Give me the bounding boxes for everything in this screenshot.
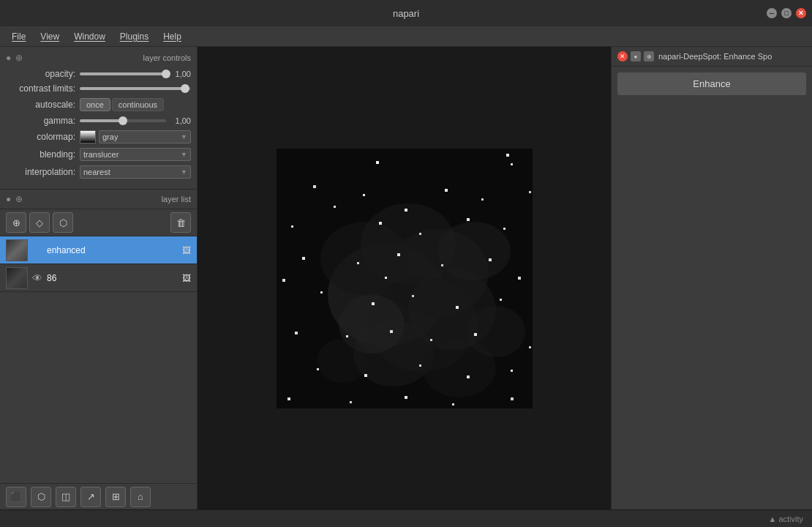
status-bar: ▲ activity [0,509,812,527]
svg-rect-45 [364,374,367,377]
autoscale-continuous-button[interactable]: continuous [112,98,164,111]
menu-window[interactable]: Window [68,30,111,43]
svg-rect-40 [346,335,348,337]
svg-rect-42 [430,339,432,341]
add-shapes-button[interactable]: ◇ [29,212,50,233]
colormap-dropdown[interactable]: gray ▼ [99,130,191,143]
right-panel-title: napari-DeepSpot: Enhance Spo [658,52,772,61]
layer-name-enhanced: enhanced [47,245,178,255]
enhance-button[interactable]: Enhance [617,72,806,95]
interpolation-arrow: ▼ [181,168,187,176]
layer-list-icon2[interactable]: ⊕ [15,194,23,204]
svg-rect-46 [419,365,421,367]
interpolation-label: interpolation: [6,167,75,177]
svg-point-13 [437,222,511,280]
svg-rect-32 [441,264,443,266]
svg-rect-24 [291,225,293,228]
terminal-button[interactable]: ⬛ [6,487,26,507]
window-controls: ─ □ ✕ [767,8,806,18]
arrow-button[interactable]: ↗ [80,487,101,507]
cube-button[interactable]: ◫ [56,487,76,507]
layer-item-86[interactable]: 👁 86 🖼 [0,264,197,292]
colormap-arrow: ▼ [181,133,187,141]
svg-rect-54 [405,209,407,212]
svg-rect-21 [363,194,365,196]
delete-layer-button[interactable]: 🗑 [170,212,191,233]
opacity-value: 1,00 [169,70,191,78]
svg-rect-48 [511,370,513,372]
layer-controls: ● ⊕ layer controls opacity: 1,00 cont [0,47,197,190]
right-panel: ✕ ● ⊕ napari-DeepSpot: Enhance Spo Enhan… [611,47,812,509]
right-panel-icon1[interactable]: ● [631,51,641,61]
layer-items: 👁 enhanced 🖼 👁 86 🖼 [0,236,197,483]
menu-plugins[interactable]: Plugins [114,30,154,43]
svg-point-11 [467,306,525,357]
svg-rect-33 [489,258,492,261]
svg-rect-17 [376,161,379,164]
svg-rect-37 [456,306,459,309]
autoscale-once-button[interactable]: once [80,98,110,111]
svg-rect-44 [317,368,319,370]
interpolation-row: interpolation: nearest ▼ [6,165,191,179]
gamma-slider[interactable] [80,119,166,122]
colormap-select: gray ▼ [80,130,191,143]
maximize-button[interactable]: □ [781,8,792,18]
colormap-swatch [80,130,96,143]
opacity-slider-container: 1,00 [80,70,191,78]
svg-rect-18 [506,154,509,157]
gamma-slider-container: 1,00 [80,116,191,125]
svg-rect-20 [313,185,316,188]
close-button[interactable]: ✕ [796,8,806,18]
menu-file[interactable]: File [6,30,31,43]
contrast-limits-label: contrast limits: [6,83,75,94]
layer-eye-86[interactable]: 👁 [32,272,42,284]
canvas-area[interactable] [198,47,611,509]
svg-rect-29 [302,257,305,260]
opacity-row: opacity: 1,00 [6,69,191,79]
svg-rect-55 [529,191,531,193]
opacity-label: opacity: [6,69,75,79]
svg-rect-38 [500,299,502,301]
layer-item-enhanced[interactable]: 👁 enhanced 🖼 [0,236,197,264]
layer-name-86: 86 [47,273,178,283]
svg-rect-49 [287,397,290,400]
interpolation-value: nearest [83,168,110,176]
svg-rect-30 [357,262,359,264]
svg-rect-31 [397,253,400,256]
colormap-row: colormap: gray ▼ [6,130,191,143]
layer-eye-enhanced[interactable]: 👁 [32,244,42,256]
svg-point-12 [317,339,368,383]
opacity-slider[interactable] [80,72,166,75]
menu-help[interactable]: Help [157,30,187,43]
add-points-button[interactable]: ⊕ [6,212,26,233]
home-button[interactable]: ⌂ [130,487,151,507]
activity-text: ▲ activity [768,515,803,523]
blending-select: translucer ▼ [80,148,191,161]
svg-rect-36 [412,295,414,297]
minimize-button[interactable]: ─ [767,8,777,18]
interpolation-dropdown[interactable]: nearest ▼ [80,165,191,179]
layer-list-header: ● ⊕ layer list [0,190,197,209]
left-panel: ● ⊕ layer controls opacity: 1,00 cont [0,47,198,509]
layer-list-icon1[interactable]: ● [6,194,11,204]
menu-view[interactable]: View [34,30,65,43]
svg-rect-23 [481,198,484,201]
search-icon[interactable]: ⊕ [15,53,23,63]
blending-dropdown[interactable]: translucer ▼ [80,148,191,161]
eye-icon[interactable]: ● [6,53,11,63]
add-labels-button[interactable]: ⬡ [53,212,73,233]
shapes-tool-button[interactable]: ⬡ [31,487,51,507]
svg-rect-59 [385,277,387,279]
blending-value: translucer [83,150,119,159]
contrast-slider[interactable] [80,87,191,90]
layer-thumbnail-enhanced [6,239,28,261]
bottom-toolbar: ⬛ ⬡ ◫ ↗ ⊞ ⌂ [0,483,197,509]
svg-rect-22 [445,189,448,192]
grid-button[interactable]: ⊞ [105,487,126,507]
svg-rect-41 [390,330,393,333]
right-panel-icon2[interactable]: ⊕ [644,51,654,61]
right-panel-close-button[interactable]: ✕ [617,51,628,61]
colormap-value: gray [102,132,118,141]
main-area: ● ⊕ layer controls opacity: 1,00 cont [0,47,812,509]
contrast-limits-row: contrast limits: [6,83,191,94]
